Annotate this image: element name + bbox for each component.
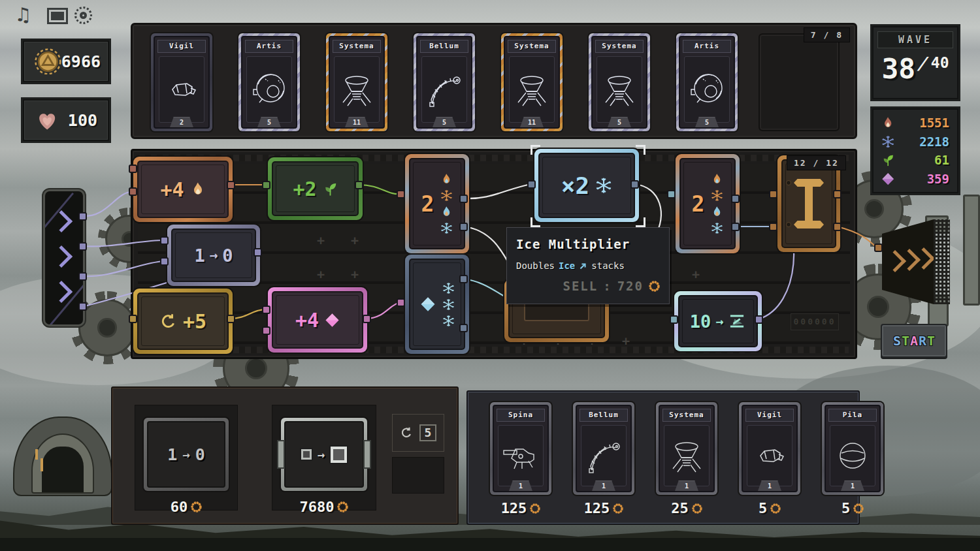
board-card-stack-a[interactable]: 2 [405,154,469,253]
fire-icon [190,181,206,197]
coin-medal-icon [35,48,61,75]
systema-art-icon [509,56,555,123]
board-card-one-to-zero[interactable]: 1 → 0 [167,225,260,286]
snowflake-icon [595,177,612,194]
coins-panel: 6966 [23,40,109,82]
shop-price: 125 [490,500,551,516]
shop-card-systema[interactable]: Systema 1 [656,402,717,495]
output-funnel [882,219,950,304]
hand-card-systema[interactable]: Systema 5 [589,33,650,131]
coins-value: 6966 [61,52,101,71]
bellum-art-icon [581,425,627,486]
ice-value: 2218 [919,134,949,149]
coin-icon [530,503,540,514]
shop-card-pila[interactable]: Pila 1 [822,402,883,495]
fire-icon [440,173,453,185]
heart-icon [35,108,59,133]
bellum-art-icon [421,56,467,123]
music-icon[interactable]: ♫ [17,3,29,26]
hand-card-systema[interactable]: Systema 11 [501,33,563,131]
hand-card-artis[interactable]: Artis 5 [238,33,300,131]
board-card-ice-multiplier[interactable]: ×2 [534,149,639,222]
diamond-icon [881,172,894,185]
machinery-block [963,195,980,306]
arrow-right-icon: → [715,313,723,329]
wave-slash: / [915,54,930,73]
reroll-counter[interactable]: 5 [392,414,444,452]
coin-icon [692,503,702,514]
snowflake-icon [442,298,455,311]
resource-diamond: 359 [881,172,949,186]
snowflake-icon [440,189,453,202]
ibeam-icon [794,179,824,228]
board-card-growth-bonus[interactable]: +2 [268,157,363,220]
upgrade-price: 7680 [272,499,376,515]
ground-strip [0,538,980,551]
upgrade-shop-panel: 1 → 0 → 60 7680 5 [111,386,459,525]
diamond-value: 359 [927,172,949,186]
health-value: 100 [68,111,97,130]
shop-card-vigil[interactable]: Vigil 1 [739,402,800,495]
hand-empty-slot[interactable] [759,33,840,131]
upgrade-item-card-upgrade[interactable]: → [281,418,367,491]
coin-icon [337,501,348,512]
spina-art-icon [498,425,544,486]
board-card-diamond-ice[interactable] [405,255,469,354]
wave-panel: WAVE 38 / 40 [872,26,958,99]
arrow-up-right-icon [579,262,587,270]
empty-upgrade-slot [392,457,444,494]
hand-card-artis[interactable]: Artis 5 [676,33,738,131]
hand-card-vigil[interactable]: Vigil 2 [151,33,212,131]
card-tooltip: Ice Multiplier Doubles Ice stacks SELL :… [506,227,670,304]
snowflake-icon [440,222,453,234]
hand-card-systema[interactable]: Systema 11 [326,33,387,131]
board-card-diamond-bonus[interactable]: +4 [268,287,367,353]
snowflake-icon [711,189,723,202]
vigil-art-icon [159,56,204,123]
arrow-right-icon: → [182,447,189,462]
start-button[interactable]: S T A R T [881,324,947,358]
diamond-icon [420,296,436,312]
fire-icon [711,206,723,218]
board-card-reroll-bonus[interactable]: +5 [133,289,233,354]
board-card-fire-bonus[interactable]: +4 [133,157,233,222]
shop-price: 25 [656,500,717,516]
upgrade-icon: → [301,447,347,463]
fire-icon [711,173,723,185]
snowflake-icon [442,282,455,294]
systema-art-icon [664,425,710,486]
resource-growth: 61 [881,153,949,167]
hand-counter: 7 / 8 [804,27,850,42]
sprout-icon [323,181,338,197]
card-stack-icon [728,312,746,330]
hand-card-bellum[interactable]: Bellum 5 [414,33,475,131]
wave-total: 40 [931,54,949,71]
hand-tray: 7 / 8 Vigil 2 Artis 5 Systema 11 [131,23,857,139]
coin-icon [853,503,864,514]
shop-card-spina[interactable]: Spina 1 [490,402,551,495]
snowflake-icon [711,222,723,234]
resource-ice: 2218 [881,134,949,149]
fire-icon [440,206,453,218]
growth-value: 61 [934,153,949,167]
board-counter: 12 / 12 [787,155,846,170]
shop-price: 125 [573,500,634,516]
coin-icon [191,501,202,512]
diamond-icon [325,313,340,328]
resource-fire: 1551 [881,116,949,130]
pila-art-icon [830,425,875,486]
refresh-icon [400,426,413,439]
coin-icon [649,281,660,292]
cave-structure [13,417,112,496]
snowflake-icon [442,315,455,327]
board-card-stack-b[interactable]: 2 [676,154,740,253]
fire-icon [881,116,894,129]
board-card-ten-convert[interactable]: 10 → [674,291,762,351]
settings-gear-icon[interactable] [74,7,92,24]
shop-price: 5 [739,500,800,516]
arrow-right-icon: → [210,247,218,263]
upgrade-item-one-to-zero[interactable]: 1 → 0 [144,418,229,491]
artis-art-icon [684,56,730,123]
shop-card-bellum[interactable]: Bellum 1 [573,402,634,495]
display-icon[interactable] [47,8,68,24]
